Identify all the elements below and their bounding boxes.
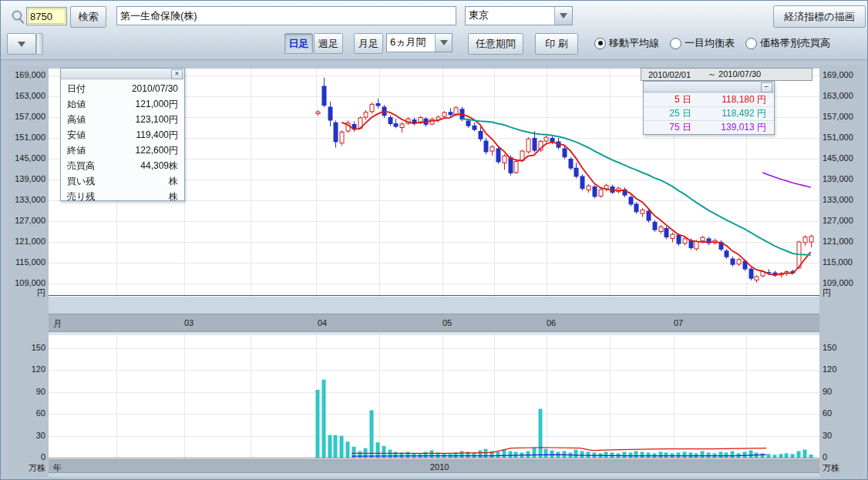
price-footer-band [49, 297, 819, 314]
radio-dot [598, 41, 603, 45]
info-row-安値: 安値119,400円 [61, 127, 184, 143]
stock-code-input[interactable] [26, 7, 67, 25]
range-select[interactable]: 6ヵ月間 [386, 33, 453, 52]
ma-legend-row-5 日: 5 日118,180 円 [644, 92, 774, 106]
volume-unit-right: 万株 [823, 462, 861, 474]
volume-tick-left: 90 [7, 387, 45, 396]
volume-tick-right: 30 [823, 431, 861, 440]
volume-tick-right: 120 [823, 364, 861, 374]
price-tick-right: 121,000 [823, 237, 861, 246]
range-from: 2010/02/01 [641, 70, 691, 79]
market-select-arrow[interactable] [554, 7, 572, 25]
info-label: 高値 [67, 113, 86, 126]
month-tick-04: 04 [318, 318, 327, 327]
price-tick-left: 127,000 [7, 216, 45, 225]
volume-tick-left: 60 [7, 408, 45, 418]
info-label: 日付 [67, 82, 86, 96]
info-row-買い残: 買い残株 [61, 173, 184, 189]
price-unit-left: 円 [7, 287, 45, 299]
month-axis-title: 月 [53, 318, 62, 330]
close-icon[interactable]: × [171, 69, 183, 79]
volume-tick-right: 90 [823, 387, 861, 396]
chevron-down-icon [440, 40, 448, 45]
radio-circle-icon [670, 38, 681, 49]
price-tick-left: 121,000 [7, 237, 45, 246]
ma-legend-value: 118,180 円 [691, 93, 774, 106]
range-select-arrow[interactable] [435, 34, 452, 52]
info-row-日付: 日付2010/07/30 [61, 81, 184, 96]
volume-chart-canvas[interactable] [49, 335, 819, 459]
quote-info-header[interactable]: × [61, 69, 184, 79]
price-tick-left: 145,000 [7, 153, 45, 163]
year-tick-2010: 2010 [430, 462, 449, 472]
year-axis-strip[interactable]: 年2010 [49, 459, 819, 473]
tab-週足[interactable]: 週足 [314, 33, 343, 54]
price-tick-right: 127,000 [823, 216, 861, 225]
volume-tick-left: 150 [7, 343, 45, 352]
stock-chart-window: 検索 東京 経済指標の描画 日足週足月足 6ヵ月間 任意期間 印 刷 移動平均線… [0, 0, 868, 480]
print-button[interactable]: 印 刷 [535, 33, 578, 55]
search-button[interactable]: 検索 [70, 6, 106, 28]
overlay-radio-group: 移動平均線一目均衡表価格帯別売買高 [594, 36, 830, 50]
stock-name-input[interactable] [116, 6, 456, 25]
ma-legend-label: 25 日 [644, 107, 691, 120]
radio-label: 一目均衡表 [685, 36, 735, 50]
chevron-down-icon [560, 13, 567, 18]
price-tick-right: 133,000 [823, 195, 861, 204]
price-tick-right: 145,000 [823, 153, 861, 163]
volume-tick-right: 150 [823, 343, 861, 352]
ma-legend-row-75 日: 75 日139,013 円 [644, 120, 774, 134]
price-tick-left: 115,000 [7, 257, 45, 267]
info-value: 2010/07/30 [132, 83, 178, 94]
info-value: 122,600円 [136, 144, 178, 157]
minimize-icon[interactable]: − [761, 82, 772, 92]
price-tick-right: 169,000 [823, 70, 861, 79]
ma-legend-panel: − 5 日118,180 円25 日118,492 円75 日139,013 円 [643, 81, 775, 135]
price-tick-right: 109,000 [823, 278, 861, 287]
volume-tick-left: 0 [7, 452, 45, 462]
info-value: 株 [169, 175, 178, 188]
collapse-toolbar-button[interactable] [7, 33, 36, 55]
volume-unit-left: 万株 [7, 462, 45, 474]
price-tick-left: 169,000 [7, 70, 45, 79]
price-tick-left: 157,000 [7, 112, 45, 121]
tab-日足[interactable]: 日足 [284, 33, 313, 54]
custom-period-button[interactable]: 任意期間 [468, 33, 523, 55]
info-value: 123,100円 [136, 113, 178, 126]
month-axis-strip[interactable]: 月0304050607 [49, 314, 819, 332]
radio-circle-icon [594, 38, 606, 49]
ma-legend-value: 139,013 円 [691, 121, 774, 134]
radio-移動平均線[interactable]: 移動平均線 [594, 36, 659, 50]
volume-plot [49, 335, 819, 459]
toolbar-handle[interactable] [36, 33, 43, 55]
info-value: 株 [169, 190, 178, 203]
quote-info-panel: × 日付2010/07/30始値121,000円高値123,100円安値119,… [60, 68, 185, 201]
radio-label: 価格帯別売買高 [760, 36, 830, 50]
price-tick-right: 115,000 [823, 257, 861, 267]
info-row-高値: 高値123,100円 [61, 112, 184, 127]
market-select[interactable]: 東京 [465, 6, 573, 25]
volume-tick-right: 0 [823, 452, 861, 462]
info-label: 始値 [67, 98, 86, 111]
radio-価格帯別売買高[interactable]: 価格帯別売買高 [745, 36, 830, 50]
radio-一目均衡表[interactable]: 一目均衡表 [670, 36, 735, 50]
ma-legend-label: 5 日 [644, 93, 691, 106]
info-row-始値: 始値121,000円 [61, 96, 184, 112]
date-range-box[interactable]: 2010/02/01 ～ 2010/07/30 [641, 68, 812, 81]
radio-label: 移動平均線 [609, 36, 659, 50]
range-to: ～ 2010/07/30 [691, 69, 761, 80]
volume-tick-left: 30 [7, 431, 45, 440]
ma-legend-header[interactable]: − [644, 82, 774, 92]
ma-legend-row-25 日: 25 日118,492 円 [644, 106, 774, 120]
tab-月足[interactable]: 月足 [354, 33, 383, 54]
ma-legend-label: 75 日 [644, 121, 691, 134]
radio-circle-icon [745, 38, 757, 49]
info-row-売買高: 売買高44,309株 [61, 158, 184, 173]
economic-indicator-button[interactable]: 経済指標の描画 [773, 5, 866, 28]
price-tick-left: 109,000 [7, 278, 45, 287]
price-tick-right: 157,000 [823, 112, 861, 121]
price-tick-right: 163,000 [823, 91, 861, 100]
info-row-売り残: 売り残株 [61, 189, 184, 204]
ma-legend-value: 118,492 円 [691, 107, 774, 120]
price-tick-left: 133,000 [7, 195, 45, 204]
